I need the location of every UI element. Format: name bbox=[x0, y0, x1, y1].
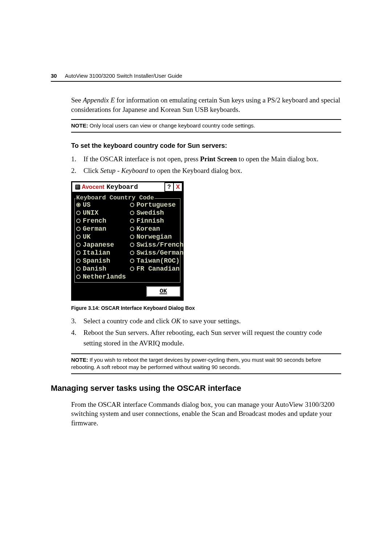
step-text: Select a country code and click OK to sa… bbox=[83, 316, 341, 327]
country-code-group: Keyboard Country Code USPortugueseUNIXSw… bbox=[74, 198, 180, 283]
step-4: 4. Reboot the Sun servers. After rebooti… bbox=[71, 328, 341, 348]
radio-icon bbox=[130, 235, 134, 239]
step-1-pre: If the OSCAR interface is not open, pres… bbox=[83, 155, 200, 163]
radio-option[interactable]: UK bbox=[76, 233, 130, 241]
radio-label: Italian bbox=[83, 249, 110, 257]
intro-paragraph: See Appendix E for information on emulat… bbox=[71, 96, 341, 114]
dialog-title: Keyboard bbox=[107, 183, 138, 191]
radio-label: Taiwan(ROC) bbox=[136, 257, 180, 265]
radio-icon bbox=[76, 203, 81, 207]
step-number: 2. bbox=[71, 166, 83, 176]
note-label: NOTE: bbox=[71, 122, 88, 129]
radio-row: UNIXSwedish bbox=[76, 209, 179, 217]
radio-label: Korean bbox=[136, 225, 160, 233]
radio-label: US bbox=[83, 201, 91, 209]
step-1-post: to open the Main dialog box. bbox=[237, 155, 318, 163]
step-3-post: to save your settings. bbox=[181, 317, 241, 325]
closing-paragraph: From the OSCAR interface Commands dialog… bbox=[71, 400, 341, 428]
radio-label: Swiss/German bbox=[136, 249, 184, 257]
radio-icon bbox=[130, 203, 134, 207]
step-number: 3. bbox=[71, 316, 83, 327]
close-icon: X bbox=[176, 184, 180, 190]
close-button[interactable]: X bbox=[173, 182, 183, 192]
radio-option[interactable]: Swedish bbox=[130, 209, 164, 217]
radio-option[interactable]: Taiwan(ROC) bbox=[130, 257, 180, 265]
step-2-post: to open the Keyboard dialog box. bbox=[148, 167, 242, 174]
step-number: 4. bbox=[71, 328, 83, 348]
radio-option[interactable]: Swiss/French bbox=[130, 241, 184, 249]
section-heading: Managing server tasks using the OSCAR in… bbox=[51, 384, 341, 393]
procedure-heading: To set the keyboard country code for Sun… bbox=[71, 142, 341, 150]
radio-icon bbox=[76, 211, 81, 215]
radio-option[interactable]: Norwegian bbox=[130, 233, 172, 241]
help-icon: ? bbox=[167, 184, 171, 190]
radio-label: UNIX bbox=[83, 209, 98, 217]
radio-icon bbox=[76, 251, 81, 255]
intro-appendix-ref: Appendix E bbox=[83, 96, 115, 104]
step-2: 2. Click Setup - Keyboard to open the Ke… bbox=[71, 166, 341, 176]
doc-title: AutoView 3100/3200 Switch Installer/User… bbox=[65, 73, 182, 79]
radio-label: UK bbox=[83, 233, 91, 241]
figure-caption: Figure 3.14: OSCAR Interface Keyboard Di… bbox=[71, 305, 341, 311]
radio-label: Norwegian bbox=[136, 233, 172, 241]
radio-label: Swiss/French bbox=[136, 241, 184, 249]
help-button[interactable]: ? bbox=[164, 182, 174, 192]
radio-icon bbox=[76, 259, 81, 263]
step-text: If the OSCAR interface is not open, pres… bbox=[83, 154, 341, 165]
radio-option[interactable]: Netherlands bbox=[76, 273, 130, 281]
step-text: Click Setup - Keyboard to open the Keybo… bbox=[83, 166, 341, 176]
group-legend: Keyboard Country Code bbox=[75, 194, 155, 201]
radio-row: JapaneseSwiss/French bbox=[76, 241, 179, 249]
step-1-key: Print Screen bbox=[200, 155, 237, 163]
radio-row: GermanKorean bbox=[76, 225, 179, 233]
keyboard-dialog: Avocent Keyboard ? X Keyboard Country Co… bbox=[71, 181, 184, 301]
radio-option[interactable]: Swiss/German bbox=[130, 249, 184, 257]
note-box-2: NOTE: If you wish to reboot the target d… bbox=[71, 353, 341, 374]
step-3: 3. Select a country code and click OK to… bbox=[71, 316, 341, 327]
radio-option[interactable]: French bbox=[76, 217, 130, 225]
note-text: Only local users can view or change keyb… bbox=[88, 122, 255, 129]
radio-row: USPortuguese bbox=[76, 201, 179, 209]
radio-row: ItalianSwiss/German bbox=[76, 249, 179, 257]
radio-label: Danish bbox=[83, 265, 106, 273]
radio-row: UKNorwegian bbox=[76, 233, 179, 241]
radio-icon bbox=[130, 267, 134, 271]
radio-label: Swedish bbox=[136, 209, 164, 217]
radio-label: Portuguese bbox=[136, 201, 176, 209]
radio-option[interactable]: Danish bbox=[76, 265, 130, 273]
radio-icon bbox=[76, 219, 81, 223]
radio-option[interactable]: Korean bbox=[130, 225, 160, 233]
note-text: If you wish to reboot the target devices… bbox=[71, 357, 321, 370]
page-header: 30 AutoView 3100/3200 Switch Installer/U… bbox=[51, 73, 341, 82]
radio-option[interactable]: Italian bbox=[76, 249, 130, 257]
dialog-titlebar: Avocent Keyboard ? X bbox=[72, 182, 183, 193]
radio-icon bbox=[76, 243, 81, 247]
radio-option[interactable]: US bbox=[76, 201, 130, 209]
radio-option[interactable]: Spanish bbox=[76, 257, 130, 265]
step-2-pre: Click bbox=[83, 167, 100, 174]
step-number: 1. bbox=[71, 154, 83, 165]
radio-icon bbox=[76, 235, 81, 239]
radio-option[interactable]: UNIX bbox=[76, 209, 130, 217]
steps-list-2: 3. Select a country code and click OK to… bbox=[71, 316, 341, 349]
radio-label: French bbox=[83, 217, 106, 225]
radio-icon bbox=[130, 227, 134, 231]
radio-option[interactable]: German bbox=[76, 225, 130, 233]
brand-logo: Avocent bbox=[75, 184, 105, 190]
note-box-1: NOTE: Only local users can view or chang… bbox=[71, 119, 341, 132]
radio-label: Finnish bbox=[136, 217, 164, 225]
step-3-ok: OK bbox=[171, 317, 181, 325]
radio-option[interactable]: Japanese bbox=[76, 241, 130, 249]
radio-row: DanishFR Canadian bbox=[76, 265, 179, 273]
radio-option[interactable]: Portuguese bbox=[130, 201, 176, 209]
radio-row: FrenchFinnish bbox=[76, 217, 179, 225]
ok-button[interactable]: OK bbox=[146, 286, 180, 297]
step-1: 1. If the OSCAR interface is not open, p… bbox=[71, 154, 341, 165]
radio-label: Spanish bbox=[83, 257, 110, 265]
step-text: Reboot the Sun servers. After rebooting,… bbox=[83, 328, 341, 348]
step-3-pre: Select a country code and click bbox=[83, 317, 171, 325]
radio-option[interactable]: FR Canadian bbox=[130, 265, 180, 273]
radio-option[interactable]: Finnish bbox=[130, 217, 164, 225]
page-number: 30 bbox=[51, 73, 57, 79]
radio-icon bbox=[76, 227, 81, 231]
